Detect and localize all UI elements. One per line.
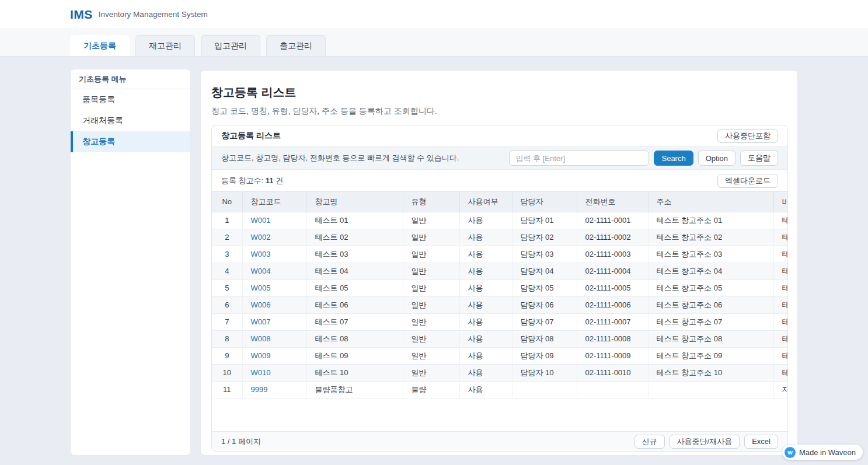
page: IMS Inventory Management System 기초등록 재고관… xyxy=(0,0,868,465)
waveon-label: Made in Waveon xyxy=(799,448,856,457)
cell-note: 테스트 xyxy=(773,330,787,347)
cell-type: 일반 xyxy=(403,330,459,347)
cell-note: 테스트 xyxy=(773,296,787,313)
cell-address: 테스트 창고주소 04 xyxy=(648,263,773,279)
search-controls: Search Option 도움말 xyxy=(509,151,778,166)
cell-note: 테스트 xyxy=(773,279,787,296)
cell-address: 테스트 창고주소 06 xyxy=(648,296,773,313)
registered-count: 등록 창고수: 11 건 xyxy=(221,176,283,186)
cell-address: 테스트 창고주소 05 xyxy=(648,279,773,296)
cell-no: 10 xyxy=(212,364,242,381)
pagination-info: 1 / 1 페이지 xyxy=(221,436,261,447)
cell-no: 4 xyxy=(212,263,242,279)
toggle-use-button[interactable]: 사용중단/재사용 xyxy=(670,435,740,449)
cell-use: 사용 xyxy=(459,296,512,313)
sidebar-item-warehouse-registration[interactable]: 창고등록 xyxy=(71,131,190,152)
cell-type: 일반 xyxy=(403,246,459,263)
cell-name: 테스트 01 xyxy=(306,212,403,229)
cell-type: 불량 xyxy=(403,381,459,398)
cell-manager: 담당자 07 xyxy=(512,313,577,330)
new-button[interactable]: 신규 xyxy=(635,435,665,449)
table-row: 5W005테스트 05일반사용담당자 0502-1111-0005테스트 창고주… xyxy=(212,279,787,296)
cell-code[interactable]: W008 xyxy=(242,330,306,347)
option-button[interactable]: Option xyxy=(698,151,735,166)
tab-outbound-management[interactable]: 출고관리 xyxy=(266,35,326,56)
sidebar-item-item-registration[interactable]: 품목등록 xyxy=(71,89,190,110)
cell-note: 테스트 xyxy=(773,364,787,381)
cell-phone xyxy=(577,381,648,398)
search-button[interactable]: Search xyxy=(654,151,693,166)
help-button[interactable]: 도움말 xyxy=(740,151,778,166)
cell-type: 일반 xyxy=(403,229,459,246)
sidebar: 기초등록 메뉴 품목등록 거래처등록 창고등록 xyxy=(70,69,191,456)
cell-manager: 담당자 01 xyxy=(512,212,577,229)
col-name: 창고명 xyxy=(306,192,403,212)
app-header: IMS Inventory Management System xyxy=(0,0,868,29)
table-row: 1W001테스트 01일반사용담당자 0102-1111-0001테스트 창고주… xyxy=(212,212,787,229)
cell-type: 일반 xyxy=(403,347,459,364)
cell-manager: 담당자 10 xyxy=(512,364,577,381)
cell-use: 사용 xyxy=(459,229,512,246)
made-in-waveon-badge[interactable]: w Made in Waveon xyxy=(782,445,863,460)
cell-note: 테스트 xyxy=(773,313,787,330)
table-row: 6W006테스트 06일반사용담당자 0602-1111-0006테스트 창고주… xyxy=(212,296,787,313)
cell-code[interactable]: W006 xyxy=(242,296,306,313)
col-phone: 전화번호 xyxy=(577,192,648,212)
cell-phone: 02-1111-0010 xyxy=(577,364,648,381)
waveon-icon: w xyxy=(785,447,796,458)
sidebar-item-partner-registration[interactable]: 거래처등록 xyxy=(71,110,190,131)
cell-phone: 02-1111-0006 xyxy=(577,296,648,313)
cell-code[interactable]: W010 xyxy=(242,364,306,381)
cell-manager: 담당자 08 xyxy=(512,330,577,347)
cell-address: 테스트 창고주소 03 xyxy=(648,246,773,263)
cell-code[interactable]: W001 xyxy=(242,212,306,229)
count-row: 등록 창고수: 11 건 엑셀다운로드 xyxy=(212,170,787,191)
cell-manager: 담당자 05 xyxy=(512,279,577,296)
cell-no: 3 xyxy=(212,246,242,263)
cell-code[interactable]: W009 xyxy=(242,347,306,364)
cell-name: 테스트 07 xyxy=(306,313,403,330)
tab-stock-management[interactable]: 재고관리 xyxy=(135,35,195,56)
table-row: 119999불량품창고불량사용자동 xyxy=(212,381,787,398)
include-disabled-button[interactable]: 사용중단포함 xyxy=(717,129,778,143)
cell-name: 테스트 02 xyxy=(306,229,403,246)
cell-phone: 02-1111-0002 xyxy=(577,229,648,246)
col-use: 사용여부 xyxy=(459,192,512,212)
cell-phone: 02-1111-0008 xyxy=(577,330,648,347)
cell-phone: 02-1111-0003 xyxy=(577,246,648,263)
cell-phone: 02-1111-0007 xyxy=(577,313,648,330)
cell-note: 테스트 xyxy=(773,347,787,364)
cell-phone: 02-1111-0009 xyxy=(577,347,648,364)
cell-use: 사용 xyxy=(459,313,512,330)
cell-address: 테스트 창고주소 01 xyxy=(648,212,773,229)
excel-button[interactable]: Excel xyxy=(744,435,778,449)
cell-no: 1 xyxy=(212,212,242,229)
cell-type: 일반 xyxy=(403,279,459,296)
cell-use: 사용 xyxy=(459,212,512,229)
cell-phone: 02-1111-0001 xyxy=(577,212,648,229)
col-note: 비고 xyxy=(773,192,787,212)
cell-code[interactable]: W004 xyxy=(242,263,306,279)
sidebar-title: 기초등록 메뉴 xyxy=(71,69,190,89)
cell-code[interactable]: W007 xyxy=(242,313,306,330)
cell-address xyxy=(648,381,773,398)
cell-code[interactable]: W002 xyxy=(242,229,306,246)
cell-address: 테스트 창고주소 07 xyxy=(648,313,773,330)
warehouse-table: No창고코드창고명유형사용여부담당자전화번호주소비고 1W001테스트 01일반… xyxy=(212,192,787,398)
cell-note: 테스트 xyxy=(773,246,787,263)
excel-download-button[interactable]: 엑셀다운로드 xyxy=(717,174,778,188)
cell-type: 일반 xyxy=(403,313,459,330)
search-input[interactable] xyxy=(509,151,649,166)
cell-type: 일반 xyxy=(403,263,459,279)
cell-code[interactable]: W003 xyxy=(242,246,306,263)
tab-inbound-management[interactable]: 입고관리 xyxy=(201,35,260,56)
cell-use: 사용 xyxy=(459,279,512,296)
cell-name: 테스트 08 xyxy=(306,330,403,347)
main-tabbar: 기초등록 재고관리 입고관리 출고관리 xyxy=(0,29,868,57)
cell-code[interactable]: W005 xyxy=(242,279,306,296)
footer-buttons: 신규 사용중단/재사용 Excel xyxy=(635,435,778,449)
tab-basic-registration[interactable]: 기초등록 xyxy=(70,35,130,56)
table-row: 2W002테스트 02일반사용담당자 0202-1111-0002테스트 창고주… xyxy=(212,229,787,246)
cell-phone: 02-1111-0005 xyxy=(577,279,648,296)
cell-code[interactable]: 9999 xyxy=(242,381,306,398)
